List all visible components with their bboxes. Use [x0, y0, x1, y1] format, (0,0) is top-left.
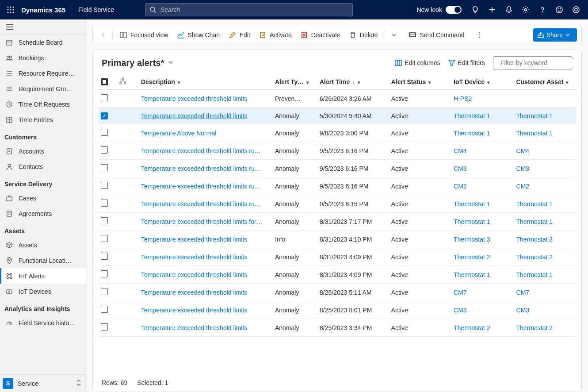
- description-link[interactable]: Temperature exceeded threshold limits: [141, 271, 247, 278]
- new-look-toggle[interactable]: New look: [416, 6, 462, 14]
- table-row[interactable]: Temperature exceeded threshold limits ru…: [98, 142, 576, 160]
- description-link[interactable]: Temperature Above Normal: [141, 130, 216, 137]
- table-row[interactable]: Temperature exceeded threshold limits ru…: [98, 177, 576, 195]
- row-checkbox[interactable]: [101, 200, 108, 207]
- description-link[interactable]: Temperature exceeded threshold limits ru…: [141, 183, 261, 190]
- nav-item[interactable]: Cases: [0, 190, 86, 206]
- customer-asset-link[interactable]: Thermostat 1: [516, 200, 553, 208]
- share-button[interactable]: Share: [533, 28, 577, 42]
- col-description[interactable]: Description ▾: [138, 74, 272, 90]
- description-link[interactable]: Temperature exceeded threshold limits: [141, 95, 247, 102]
- iot-device-link[interactable]: Thermostat 3: [454, 236, 490, 243]
- col-alert-type[interactable]: Alert Ty… ▾: [272, 74, 317, 90]
- table-row[interactable]: Temperature exceeded threshold limitsPre…: [98, 90, 576, 108]
- global-search-input[interactable]: [145, 3, 353, 16]
- row-checkbox[interactable]: [101, 94, 108, 101]
- activate-button[interactable]: Activate: [255, 28, 296, 42]
- row-checkbox[interactable]: [101, 164, 108, 171]
- description-link[interactable]: Temperature exceeded threshold limits: [141, 289, 247, 296]
- description-link[interactable]: Temperature exceeded threshold limits: [141, 254, 247, 261]
- table-row[interactable]: Temperature exceeded threshold limitsAno…: [98, 319, 576, 337]
- toggle-switch[interactable]: [446, 6, 462, 14]
- brand-name[interactable]: Dynamics 365: [21, 6, 65, 14]
- customer-asset-link[interactable]: Thermostat 1: [516, 218, 553, 225]
- nav-item[interactable]: Schedule Board: [0, 35, 86, 50]
- focused-view-button[interactable]: Focused view: [115, 28, 173, 42]
- customer-asset-link[interactable]: CM3: [516, 165, 530, 172]
- hierarchy-column[interactable]: [117, 74, 138, 90]
- table-row[interactable]: Temperature exceeded threshold limitsAno…: [98, 284, 576, 301]
- filter-keyword-input[interactable]: [500, 59, 579, 67]
- iot-device-link[interactable]: Thermostat 1: [454, 112, 490, 119]
- customer-asset-link[interactable]: CM3: [516, 307, 530, 314]
- nav-item[interactable]: Assets: [0, 237, 86, 253]
- customer-asset-link[interactable]: Thermostat 1: [516, 112, 553, 119]
- table-row[interactable]: Temperature exceeded threshold limits ru…: [98, 195, 576, 213]
- iot-device-link[interactable]: H-PS2: [454, 95, 472, 102]
- table-row[interactable]: Temperature exceeded threshold limitsInf…: [98, 231, 576, 248]
- iot-device-link[interactable]: CM4: [454, 147, 467, 154]
- iot-device-link[interactable]: Thermostat 1: [454, 200, 490, 208]
- description-link[interactable]: Temperature exceeded threshold limits ru…: [141, 147, 261, 154]
- nav-item[interactable]: Resource Require…: [0, 65, 86, 81]
- iot-device-link[interactable]: CM3: [454, 165, 467, 172]
- iot-device-link[interactable]: Thermostat 2: [454, 324, 490, 331]
- nav-item[interactable]: Time Off Requests: [0, 96, 86, 112]
- nav-item[interactable]: Accounts: [0, 143, 86, 159]
- description-link[interactable]: Temperature exceeded threshold limits ru…: [141, 200, 261, 208]
- row-checkbox[interactable]: [101, 146, 108, 154]
- nav-item[interactable]: Field Service histo…: [0, 315, 86, 331]
- nav-item[interactable]: Time Entries: [0, 112, 86, 127]
- customer-asset-link[interactable]: CM7: [516, 289, 530, 296]
- view-title[interactable]: Primary alerts*: [102, 58, 164, 68]
- edit-filters-button[interactable]: Edit filters: [448, 59, 485, 66]
- nav-item[interactable]: Agreements: [0, 206, 86, 221]
- bell-icon[interactable]: [500, 0, 517, 19]
- nav-item[interactable]: IoT Devices: [0, 284, 86, 299]
- app-launcher-icon[interactable]: [4, 3, 18, 17]
- table-row[interactable]: Temperature Above NormalAnomaly9/8/2023 …: [98, 124, 576, 142]
- description-link[interactable]: Temperature exceeded threshold limits: [141, 307, 247, 314]
- gear-icon[interactable]: [517, 0, 534, 19]
- row-checkbox[interactable]: [101, 306, 108, 313]
- account-icon[interactable]: [568, 0, 584, 19]
- lightbulb-icon[interactable]: [467, 0, 484, 19]
- edit-button[interactable]: Edit: [225, 28, 255, 42]
- delete-button[interactable]: Delete: [345, 28, 382, 42]
- description-link[interactable]: Temperature exceeded threshold limits: [141, 236, 247, 243]
- row-checkbox[interactable]: [101, 270, 108, 277]
- deactivate-button[interactable]: Deactivate: [296, 28, 345, 42]
- customer-asset-link[interactable]: CM4: [516, 147, 530, 154]
- col-customer-asset[interactable]: Customer Asset ▾: [514, 74, 576, 90]
- customer-asset-link[interactable]: Thermostat 2: [516, 324, 553, 331]
- customer-asset-link[interactable]: Thermostat 3: [516, 236, 553, 243]
- nav-item[interactable]: Functional Locati…: [0, 253, 86, 268]
- help-icon[interactable]: [534, 0, 551, 19]
- area-switcher[interactable]: S Service: [0, 374, 86, 392]
- nav-item[interactable]: Bookings: [0, 50, 86, 65]
- table-row[interactable]: Temperature exceeded threshold limitsAno…: [98, 301, 576, 319]
- table-row[interactable]: Temperature exceeded threshold limitsAno…: [98, 266, 576, 284]
- row-checkbox[interactable]: [101, 182, 108, 189]
- table-row[interactable]: Temperature exceeded threshold limits ru…: [98, 160, 576, 177]
- customer-asset-link[interactable]: Thermostat 2: [516, 254, 553, 261]
- description-link[interactable]: Temperature exceeded threshold limits: [141, 112, 247, 119]
- iot-device-link[interactable]: Thermostat 2: [454, 254, 490, 261]
- row-checkbox[interactable]: [101, 129, 108, 136]
- table-row[interactable]: Temperature exceeded threshold limits fo…: [98, 213, 576, 231]
- customer-asset-link[interactable]: CM2: [516, 183, 530, 190]
- col-iot-device[interactable]: IoT Device ▾: [451, 74, 513, 90]
- row-checkbox[interactable]: [101, 217, 108, 224]
- feedback-icon[interactable]: [551, 0, 568, 19]
- col-alert-status[interactable]: Alert Status ▾: [389, 74, 451, 90]
- nav-item[interactable]: IoT Alerts: [0, 268, 86, 284]
- iot-device-link[interactable]: Thermostat 1: [454, 271, 490, 278]
- iot-device-link[interactable]: Thermostat 1: [454, 218, 490, 225]
- sidebar-collapse-button[interactable]: [0, 19, 86, 35]
- overflow-button[interactable]: [473, 32, 485, 38]
- row-checkbox[interactable]: [101, 112, 108, 119]
- iot-device-link[interactable]: CM7: [454, 289, 467, 296]
- row-checkbox[interactable]: [101, 323, 108, 331]
- customer-asset-link[interactable]: Thermostat 1: [516, 130, 553, 137]
- filter-keyword-box[interactable]: [493, 56, 573, 69]
